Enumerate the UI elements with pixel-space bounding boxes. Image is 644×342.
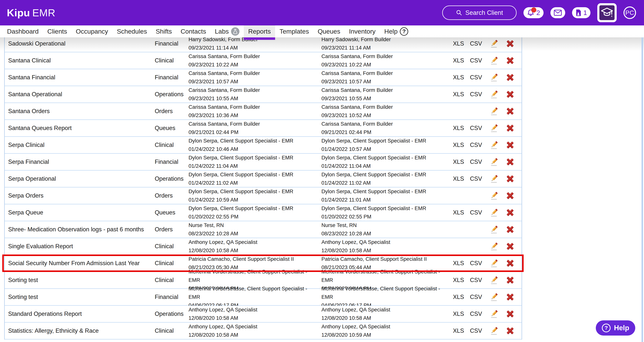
search-client-input[interactable]: Search Client <box>442 6 516 20</box>
notifications-button[interactable]: 2 <box>524 7 544 18</box>
delete-x-icon[interactable] <box>504 137 516 153</box>
delete-x-icon[interactable] <box>504 188 516 204</box>
created-by-name: McKenna Vorderstrasse, Client Support Sp… <box>188 284 320 301</box>
delete-x-icon[interactable] <box>504 204 516 221</box>
export-csv-link[interactable]: CSV <box>466 120 486 136</box>
export-xls-link[interactable]: XLS <box>449 204 468 221</box>
education-button[interactable] <box>597 3 617 22</box>
delete-x-icon[interactable] <box>504 36 516 52</box>
edit-pencil-icon[interactable] <box>488 137 500 153</box>
nav-item-clients[interactable]: Clients <box>43 26 72 38</box>
created-at-date: 12/08/2020 10:58 AM <box>188 331 238 339</box>
delete-x-icon[interactable] <box>504 306 516 322</box>
edit-pencil-icon[interactable] <box>488 36 500 52</box>
export-xls-link[interactable]: XLS <box>449 120 468 136</box>
created-by-cell: Carissa Santana, Form Builder 09/23/2021… <box>188 86 320 102</box>
export-xls-link[interactable]: XLS <box>449 323 468 339</box>
created-by-name: Anthony Lopez, QA Specialist <box>188 238 257 246</box>
delete-x-icon[interactable] <box>504 154 516 170</box>
export-xls-link[interactable]: XLS <box>449 137 468 153</box>
delete-x-icon[interactable] <box>504 272 516 288</box>
edit-pencil-icon[interactable] <box>488 69 500 86</box>
created-at-date: 09/23/2021 11:14 AM <box>188 44 238 52</box>
nav-item-labs[interactable]: Labs <box>210 26 244 38</box>
edit-pencil-icon[interactable] <box>488 306 500 322</box>
nav-item-contacts[interactable]: Contacts <box>176 26 210 38</box>
report-name: Serpa Queue <box>8 204 152 221</box>
export-csv-link[interactable]: CSV <box>466 86 486 102</box>
export-csv-link[interactable]: CSV <box>466 137 486 153</box>
nav-item-schedules[interactable]: Schedules <box>112 26 151 38</box>
edit-pencil-icon[interactable] <box>488 52 500 69</box>
vertical-scrollbar[interactable] <box>642 37 643 342</box>
export-xls-link[interactable]: XLS <box>449 69 468 86</box>
edit-pencil-icon[interactable] <box>488 188 500 204</box>
delete-x-icon[interactable] <box>504 86 516 102</box>
edit-pencil-icon[interactable] <box>488 289 500 305</box>
nav-item-label: Shifts <box>156 28 172 35</box>
nav-item-queues[interactable]: Queues <box>313 26 344 38</box>
table-row: Standard Operations Report Operations An… <box>5 306 522 323</box>
export-xls-link[interactable]: XLS <box>449 170 468 187</box>
export-csv-link[interactable]: CSV <box>466 323 486 339</box>
report-name: Santana Orders <box>8 103 152 120</box>
delete-x-icon[interactable] <box>504 69 516 86</box>
delete-x-icon[interactable] <box>504 103 516 120</box>
edit-pencil-icon[interactable] <box>488 154 500 170</box>
export-xls-link[interactable]: XLS <box>449 289 468 305</box>
edit-pencil-icon[interactable] <box>488 221 500 238</box>
edit-pencil-icon[interactable] <box>488 170 500 187</box>
created-by-name: Dylon Serpa, Client Support Specialist -… <box>188 137 293 145</box>
delete-x-icon[interactable] <box>504 120 516 136</box>
export-xls-link[interactable]: XLS <box>449 154 468 170</box>
nav-item-help[interactable]: Help ? <box>380 26 412 38</box>
export-csv-link[interactable]: CSV <box>466 170 486 187</box>
nav-item-shifts[interactable]: Shifts <box>151 26 176 38</box>
delete-x-icon[interactable] <box>504 52 516 69</box>
edit-pencil-icon[interactable] <box>488 120 500 136</box>
export-csv-link[interactable]: CSV <box>466 36 486 52</box>
edit-pencil-icon[interactable] <box>488 204 500 221</box>
updated-by-name: Dylon Serpa, Client Support Specialist -… <box>322 204 426 212</box>
nav-item-dashboard[interactable]: Dashboard <box>3 26 43 38</box>
updated-at-date: 01/24/2022 10:57 AM <box>322 145 371 153</box>
edit-pencil-icon[interactable] <box>488 272 500 288</box>
export-csv-link[interactable]: CSV <box>466 306 486 322</box>
user-avatar[interactable]: PC <box>624 6 636 19</box>
updated-by-cell: Anthony Lopez, QA Specialist 12/08/2020 … <box>322 306 452 322</box>
export-csv-link[interactable]: CSV <box>466 289 486 305</box>
edit-pencil-icon[interactable] <box>488 323 500 339</box>
updated-at-date: 12/08/2020 10:58 AM <box>322 246 371 255</box>
export-csv-link[interactable]: CSV <box>466 69 486 86</box>
export-csv-link[interactable]: CSV <box>466 52 486 69</box>
export-csv-link[interactable]: CSV <box>466 154 486 170</box>
delete-x-icon[interactable] <box>504 289 516 305</box>
kipu-emr-logo[interactable]: Kipu EMR <box>7 7 55 18</box>
export-csv-link[interactable]: CSV <box>466 272 486 288</box>
export-xls-link[interactable]: XLS <box>449 306 468 322</box>
table-row: Serpa Queue Queues Dylon Serpa, Client S… <box>5 204 522 221</box>
edit-pencil-icon[interactable] <box>488 86 500 102</box>
nav-item-inventory[interactable]: Inventory <box>344 26 380 38</box>
export-xls-link[interactable]: XLS <box>449 36 468 52</box>
export-xls-link[interactable]: XLS <box>449 86 468 102</box>
delete-x-icon[interactable] <box>504 170 516 187</box>
delete-x-icon[interactable] <box>504 323 516 339</box>
updated-by-name: Nurse Test, RN <box>322 221 357 230</box>
notification-badge-dot <box>531 8 536 12</box>
delete-x-icon[interactable] <box>504 221 516 238</box>
nav-item-reports[interactable]: Reports <box>244 26 275 38</box>
export-csv-link[interactable]: CSV <box>466 204 486 221</box>
nav-item-occupancy[interactable]: Occupancy <box>72 26 112 38</box>
delete-x-icon[interactable] <box>504 255 516 272</box>
help-fab-button[interactable]: ? Help <box>596 320 635 336</box>
messages-button[interactable] <box>550 7 565 18</box>
delete-x-icon[interactable] <box>504 238 516 254</box>
nav-item-templates[interactable]: Templates <box>275 26 313 38</box>
edit-pencil-icon[interactable] <box>488 238 500 254</box>
edit-pencil-icon[interactable] <box>488 103 500 120</box>
export-xls-link[interactable]: XLS <box>449 52 468 69</box>
export-csv-link[interactable]: CSV <box>466 255 486 272</box>
edit-pencil-icon[interactable] <box>488 255 500 272</box>
records-button[interactable]: 1 <box>572 7 590 18</box>
